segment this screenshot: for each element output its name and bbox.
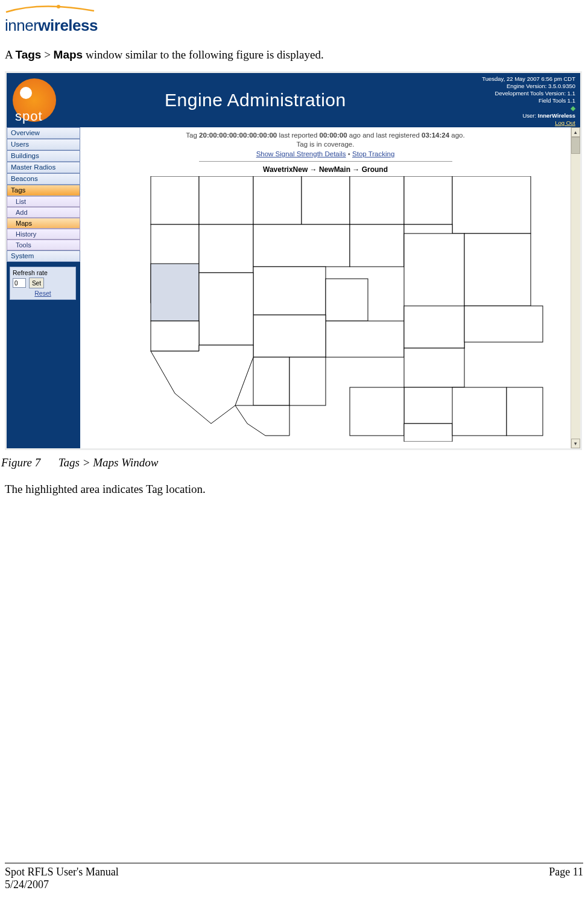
sidebar-item-beacons[interactable]: Beacons	[7, 173, 80, 185]
logo-text-inner: inner	[5, 16, 38, 34]
vertical-scrollbar[interactable]: ▴ ▾	[571, 127, 580, 448]
refresh-set-button[interactable]: Set	[29, 278, 44, 288]
svg-rect-29	[452, 387, 507, 436]
svg-rect-26	[289, 357, 326, 405]
spot-dot-icon	[20, 87, 32, 99]
sidebar: Overview Users Buildings Master Radios B…	[7, 127, 80, 448]
logo-text-wireless: wireless	[38, 16, 98, 34]
svg-marker-32	[235, 405, 289, 436]
header-fieldtools: Field Tools 1.1	[455, 97, 575, 104]
arrow-icon: →	[310, 165, 319, 174]
svg-rect-28	[404, 424, 452, 442]
tags-sub-history[interactable]: History	[7, 229, 80, 240]
svg-rect-30	[507, 387, 543, 436]
header-devtools-ver: Development Tools Version: 1.1	[455, 90, 575, 97]
intro-suffix: window similar to the following figure i…	[83, 48, 323, 61]
svg-rect-1	[151, 176, 199, 224]
svg-rect-27	[350, 387, 404, 436]
link-separator-icon: •	[348, 150, 352, 157]
location-breadcrumb: WavetrixNew → NewMain → Ground	[80, 165, 571, 174]
tags-sub-maps[interactable]: Maps	[7, 218, 80, 229]
svg-rect-21	[404, 306, 464, 348]
svg-point-0	[57, 5, 60, 8]
stop-tracking-link[interactable]: Stop Tracking	[352, 150, 394, 157]
spot-logo: spot	[13, 78, 56, 122]
sidebar-item-tags[interactable]: Tags	[7, 185, 80, 196]
figure-title: Tags > Maps Window	[58, 456, 159, 469]
highlighted-room	[151, 264, 199, 321]
svg-rect-3	[253, 176, 302, 224]
tags-sub-tools[interactable]: Tools	[7, 240, 80, 250]
svg-rect-23	[404, 348, 464, 387]
svg-rect-14	[464, 233, 531, 306]
user-label: User:	[522, 112, 537, 119]
sidebar-item-users[interactable]: Users	[7, 139, 80, 150]
sidebar-item-buildings[interactable]: Buildings	[7, 150, 80, 162]
svg-rect-7	[452, 176, 531, 233]
sidebar-item-master-radios[interactable]: Master Radios	[7, 162, 80, 173]
app-title: Engine Administration	[165, 90, 346, 110]
refresh-rate-input[interactable]	[13, 278, 26, 288]
intro-line: A Tags > Maps window similar to the foll…	[5, 48, 581, 62]
svg-rect-9	[199, 224, 253, 273]
svg-rect-10	[253, 224, 350, 267]
page-footer: Spot RFLS User's Manual 5/24/2007 Page 1…	[5, 863, 583, 891]
floorplan	[90, 176, 561, 442]
screenshot-frame: spot Engine Administration Tuesday, 22 M…	[5, 71, 582, 450]
bc-floor: NewMain	[319, 165, 350, 174]
svg-rect-22	[464, 306, 543, 342]
refresh-reset-link[interactable]: Reset	[13, 290, 73, 297]
app-body: Overview Users Buildings Master Radios B…	[7, 127, 580, 448]
tags-sub-add[interactable]: Add	[7, 207, 80, 218]
status-prefix: Tag	[186, 132, 199, 139]
status-mid1: last reported	[277, 132, 319, 139]
signal-details-link[interactable]: Show Signal Strength Details	[256, 150, 346, 157]
app-window: spot Engine Administration Tuesday, 22 M…	[7, 73, 580, 448]
svg-rect-11	[350, 224, 404, 267]
tag-links: Show Signal Strength Details • Stop Trac…	[80, 150, 571, 157]
svg-rect-6	[404, 176, 452, 224]
svg-rect-2	[199, 176, 253, 224]
tags-sub-list[interactable]: List	[7, 196, 80, 207]
app-header: spot Engine Administration Tuesday, 22 M…	[7, 73, 580, 127]
divider	[199, 161, 452, 162]
brand-logo: innerwireless	[5, 4, 98, 35]
footer-title: Spot RFLS User's Manual	[5, 866, 119, 878]
svg-rect-4	[302, 176, 350, 224]
scroll-down-button[interactable]: ▾	[571, 439, 580, 448]
body-line-2: The highlighted area indicates Tag locat…	[5, 483, 206, 496]
svg-rect-19	[199, 273, 253, 345]
bc-room: Ground	[362, 165, 388, 174]
scroll-thumb[interactable]	[571, 137, 580, 154]
footer-page: Page 11	[549, 866, 583, 891]
figure-caption: Figure 7 Tags > Maps Window	[1, 456, 159, 469]
figure-number: Figure 7	[1, 456, 55, 469]
header-datetime: Tuesday, 22 May 2007 6:56 pm CDT	[455, 75, 575, 83]
intro-tags: Tags	[15, 48, 41, 61]
svg-rect-25	[253, 357, 289, 405]
coverage-status: Tag is in coverage.	[297, 141, 355, 148]
svg-rect-18	[253, 315, 326, 357]
intro-gt: >	[41, 48, 53, 61]
logout-link[interactable]: Log Out	[555, 119, 575, 126]
refresh-box: Refresh rate Set Reset	[10, 267, 76, 300]
header-engine-ver: Engine Version: 3.5.0.9350	[455, 83, 575, 90]
header-user: User: InnerWireless	[455, 112, 575, 119]
floorplan-svg	[90, 176, 561, 442]
header-meta: Tuesday, 22 May 2007 6:56 pm CDT Engine …	[455, 75, 575, 127]
main-content: Tag 20:00:00:00:00:00:00:00 last reporte…	[80, 127, 571, 448]
svg-rect-20	[151, 321, 199, 351]
sidebar-item-system[interactable]: System	[7, 250, 80, 262]
tag-status: Tag 20:00:00:00:00:00:00:00 last reporte…	[80, 131, 571, 149]
sidebar-item-overview[interactable]: Overview	[7, 127, 80, 139]
svg-rect-15	[253, 267, 326, 315]
user-name: InnerWireless	[538, 112, 575, 119]
bc-building: WavetrixNew	[263, 165, 308, 174]
registered-time: 03:14:24	[422, 132, 449, 139]
intro-prefix: A	[5, 48, 15, 61]
tag-id: 20:00:00:00:00:00:00:00	[199, 132, 277, 139]
status-mid2: ago and last registered	[347, 132, 422, 139]
logo-swoosh-icon	[5, 5, 95, 13]
refresh-title: Refresh rate	[13, 269, 73, 276]
scroll-up-button[interactable]: ▴	[571, 127, 580, 137]
